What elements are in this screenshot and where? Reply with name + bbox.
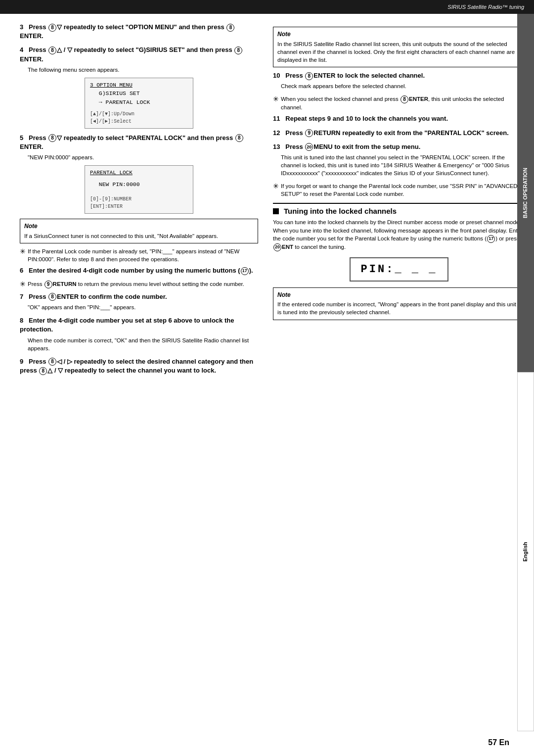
menu2-item1: NEW PIN:0000	[90, 180, 188, 189]
content-wrapper: 3 Press 8▽ repeatedly to select "OPTION …	[0, 14, 534, 380]
pin-display: PIN:_ _ _	[350, 257, 448, 282]
circle-8j: 8	[305, 72, 313, 80]
menu-screen-1: 3 OPTION MENU G)SIRIUS SET → PARENTAL LO…	[85, 78, 193, 129]
step-5: 5 Press 8▽ repeatedly to select "PARENTA…	[20, 134, 258, 214]
circle-20: 20	[305, 143, 313, 151]
circle-8g: 8	[48, 293, 56, 301]
tip-icon-1: ✳	[20, 247, 26, 257]
step-5-body: "NEW PIN:0000" appears.	[20, 153, 258, 161]
menu-screen-2: PARENTAL LOCK NEW PIN:0000 [0]-[9]:NUMBE…	[85, 165, 193, 214]
header-bar: SIRIUS Satellite Radio™ tuning	[0, 0, 534, 14]
step-8: 8 Enter the 4-digit code number you set …	[20, 316, 258, 352]
note1-body: If a SiriusConnect tuner is not connecte…	[24, 232, 254, 240]
circle-9b: 9	[305, 129, 313, 137]
tip-1: ✳ If the Parental Lock code number is al…	[20, 247, 258, 263]
circle-8i: 8	[39, 367, 47, 375]
menu2-controls: [0]-[9]:NUMBER[ENT]:ENTER	[90, 195, 188, 210]
tuning-title-text: Tuning into the locked channels	[284, 207, 397, 215]
step-13-header: 13 Press 20MENU to exit from the setup m…	[273, 142, 525, 151]
tip-3: ✳ When you select the locked channel and…	[273, 95, 525, 111]
circle-8c: 8	[48, 47, 56, 54]
note2-title: Note	[277, 30, 521, 39]
circle-9: 9	[44, 281, 52, 288]
step-6: 6 Enter the desired 4-digit code number …	[20, 266, 258, 275]
tip-icon-4: ✳	[273, 182, 279, 191]
tip2-body: Press 9RETURN to return the previous men…	[28, 280, 244, 288]
tip-4: ✳ If you forget or want to change the Pa…	[273, 182, 525, 198]
step-10: 10 Press 8ENTER to lock the selected cha…	[273, 71, 525, 90]
circle-8b: 8	[226, 24, 234, 32]
menu1-controls: [▲]/[▼]:Up/Down[◄]/[►]:Select	[90, 110, 188, 125]
step-7-body: "OK" appears and then "PIN:___" appears.	[20, 303, 258, 311]
black-square-icon	[273, 208, 279, 214]
tip4-body: If you forget or want to change the Pare…	[281, 182, 525, 198]
step-6-header: 6 Enter the desired 4-digit code number …	[20, 266, 258, 275]
step-4-body: The following menu screen appears.	[20, 66, 258, 74]
step-7: 7 Press 8ENTER to confirm the code numbe…	[20, 292, 258, 311]
right-sidebar: BASIC OPERATION English	[517, 14, 534, 731]
step-5-header: 5 Press 8▽ repeatedly to select "PARENTA…	[20, 134, 258, 151]
step-13-body: This unit is tuned into the last channel…	[273, 153, 525, 177]
right-column: Note In the SIRIUS Satellite Radio chann…	[267, 23, 534, 380]
note-box-3: Note If the entered code number is incor…	[273, 287, 525, 320]
tip3-body: When you select the locked channel and p…	[281, 95, 525, 111]
header-title: SIRIUS Satellite Radio™ tuning	[447, 4, 524, 10]
circle-8e: 8	[48, 134, 56, 142]
step-9: 9 Press 8◁ / ▷ repeatedly to select the …	[20, 357, 258, 375]
page-number: 57 En	[488, 738, 509, 747]
circle-17b: 17	[487, 235, 495, 243]
menu1-item1: G)SIRIUS SET	[90, 89, 188, 97]
step-8-header: 8 Enter the 4-digit code number you set …	[20, 316, 258, 334]
note3-body: If the entered code number is incorrect,…	[277, 300, 521, 316]
circle-8: 8	[48, 24, 56, 32]
step-10-body: Check mark appears before the selected c…	[273, 82, 525, 90]
step-11-header: 11 Repeat steps 9 and 10 to lock the cha…	[273, 114, 525, 123]
circle-8h: 8	[48, 358, 56, 366]
step-3-header: 3 Press 8▽ repeatedly to select "OPTION …	[20, 23, 258, 41]
step-12-header: 12 Press 9RETURN repeatedly to exit from…	[273, 129, 525, 138]
step-3: 3 Press 8▽ repeatedly to select "OPTION …	[20, 23, 258, 41]
menu1-item2: → PARENTAL LOCK	[90, 98, 188, 106]
note-box-2: Note In the SIRIUS Satellite Radio chann…	[273, 27, 525, 67]
note-box-1: Note If a SiriusConnect tuner is not con…	[20, 219, 258, 243]
sidebar-tab-english: English	[517, 372, 534, 731]
left-column: 3 Press 8▽ repeatedly to select "OPTION …	[0, 23, 267, 380]
tuning-section-body: You can tune into the locked channels by…	[273, 218, 525, 251]
tuning-section-title: Tuning into the locked channels	[273, 207, 525, 215]
tip1-body: If the Parental Lock code number is alre…	[28, 247, 258, 263]
step-11: 11 Repeat steps 9 and 10 to lock the cha…	[273, 114, 525, 123]
circle-20b: 20	[273, 243, 281, 251]
circle-8d: 8	[234, 47, 242, 54]
circle-17: 17	[241, 267, 249, 275]
step-12: 12 Press 9RETURN repeatedly to exit from…	[273, 129, 525, 138]
step-4: 4 Press 8△ / ▽ repeatedly to select "G)S…	[20, 46, 258, 128]
note1-title: Note	[24, 222, 254, 231]
step-8-body: When the code number is correct, "OK" an…	[20, 336, 258, 352]
sidebar-tab-basic-operation: BASIC OPERATION	[517, 14, 534, 372]
note3-title: Note	[277, 291, 521, 299]
menu2-title: PARENTAL LOCK	[90, 169, 188, 177]
tip-icon-2: ✳	[20, 280, 26, 289]
step-10-header: 10 Press 8ENTER to lock the selected cha…	[273, 71, 525, 80]
tip-2: ✳ Press 9RETURN to return the previous m…	[20, 280, 258, 289]
tip-icon-3: ✳	[273, 94, 279, 104]
step-4-header: 4 Press 8△ / ▽ repeatedly to select "G)S…	[20, 46, 258, 63]
step-13: 13 Press 20MENU to exit from the setup m…	[273, 142, 525, 177]
note2-body: In the SIRIUS Satellite Radio channel li…	[277, 40, 521, 64]
section-divider	[273, 203, 525, 204]
step-7-header: 7 Press 8ENTER to confirm the code numbe…	[20, 292, 258, 301]
circle-8f: 8	[235, 134, 243, 142]
menu1-title: 3 OPTION MENU	[90, 81, 188, 90]
circle-8k: 8	[400, 95, 408, 103]
step-9-header: 9 Press 8◁ / ▷ repeatedly to select the …	[20, 357, 258, 375]
